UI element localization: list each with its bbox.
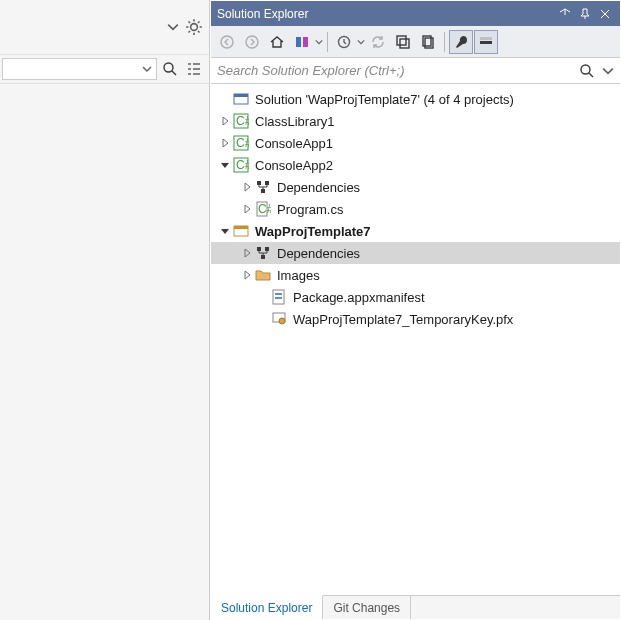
svg-text:C#: C#: [258, 202, 271, 216]
certificate-file-icon: [271, 311, 287, 327]
folder-icon: [255, 267, 271, 283]
node-label: Solution 'WapProjTemplate7' (4 of 4 proj…: [255, 92, 514, 107]
node-label: WapProjTemplate7_TemporaryKey.pfx: [293, 312, 513, 327]
solution-node[interactable]: Solution 'WapProjTemplate7' (4 of 4 proj…: [211, 88, 620, 110]
editor-options-dropdown[interactable]: [167, 21, 179, 33]
file-node[interactable]: C# Program.cs: [211, 198, 620, 220]
expander-collapsed[interactable]: [239, 201, 255, 217]
expander-collapsed[interactable]: [239, 267, 255, 283]
dependencies-icon: [255, 245, 271, 261]
editor-search-combo[interactable]: [2, 58, 157, 80]
svg-rect-33: [261, 255, 265, 259]
svg-rect-24: [257, 181, 261, 185]
project-node-startup[interactable]: WapProjTemplate7: [211, 220, 620, 242]
expander-collapsed[interactable]: [239, 245, 255, 261]
panel-titlebar: Solution Explorer: [211, 1, 620, 26]
svg-point-0: [191, 24, 198, 31]
bottom-tabs: Solution Explorer Git Changes: [211, 595, 620, 619]
panel-title: Solution Explorer: [217, 7, 554, 21]
expander-collapsed[interactable]: [217, 135, 233, 151]
forward-button: [240, 30, 264, 54]
dependencies-icon: [255, 179, 271, 195]
gear-icon[interactable]: [185, 18, 203, 36]
svg-rect-17: [234, 94, 248, 97]
svg-rect-8: [397, 36, 406, 45]
csharp-project-icon: C#: [233, 113, 249, 129]
svg-rect-6: [303, 37, 308, 47]
toolbar-separator: [444, 32, 445, 52]
switch-views-dropdown[interactable]: [315, 38, 323, 46]
wap-project-icon: [233, 223, 249, 239]
svg-rect-12: [480, 41, 492, 44]
solution-explorer-searchbar: [211, 58, 620, 84]
toolbar-separator: [327, 32, 328, 52]
solution-icon: [233, 91, 249, 107]
svg-text:C#: C#: [236, 136, 249, 150]
node-label: ConsoleApp2: [255, 158, 333, 173]
window-position-icon[interactable]: [556, 5, 574, 23]
csharp-project-icon: C#: [233, 135, 249, 151]
tab-git-changes[interactable]: Git Changes: [323, 596, 411, 619]
expander-expanded[interactable]: [217, 157, 233, 173]
blank-expander: [217, 91, 233, 107]
csharp-project-icon: C#: [233, 157, 249, 173]
svg-rect-5: [296, 37, 301, 47]
home-button[interactable]: [265, 30, 289, 54]
project-node[interactable]: C# ConsoleApp2: [211, 154, 620, 176]
expander-collapsed[interactable]: [239, 179, 255, 195]
node-label: Dependencies: [277, 246, 360, 261]
csharp-file-icon: C#: [255, 201, 271, 217]
node-label: Images: [277, 268, 320, 283]
project-node[interactable]: C# ClassLibrary1: [211, 110, 620, 132]
svg-rect-26: [261, 189, 265, 193]
show-all-files-button[interactable]: [416, 30, 440, 54]
solution-explorer-panel: Solution Explorer: [210, 0, 621, 620]
editor-search-row: [0, 54, 209, 84]
expander-expanded[interactable]: [217, 223, 233, 239]
svg-rect-25: [265, 181, 269, 185]
switch-views-button[interactable]: [290, 30, 314, 54]
blank-expander: [255, 289, 271, 305]
project-node[interactable]: C# ConsoleApp1: [211, 132, 620, 154]
pending-changes-filter-button[interactable]: [332, 30, 356, 54]
properties-button[interactable]: [449, 30, 473, 54]
svg-rect-9: [400, 39, 409, 48]
tab-solution-explorer[interactable]: Solution Explorer: [211, 595, 323, 619]
pending-changes-dropdown[interactable]: [357, 38, 365, 46]
dependencies-node[interactable]: Dependencies: [211, 176, 620, 198]
svg-rect-35: [275, 293, 282, 295]
svg-rect-30: [234, 226, 248, 229]
back-button: [215, 30, 239, 54]
file-node[interactable]: Package.appxmanifest: [211, 286, 620, 308]
expander-collapsed[interactable]: [217, 113, 233, 129]
svg-point-1: [164, 63, 173, 72]
preview-selected-button[interactable]: [474, 30, 498, 54]
editor-top-controls: [0, 0, 209, 54]
node-label: ConsoleApp1: [255, 136, 333, 151]
file-node[interactable]: WapProjTemplate7_TemporaryKey.pfx: [211, 308, 620, 330]
pin-icon[interactable]: [576, 5, 594, 23]
list-options-icon[interactable]: [183, 58, 205, 80]
dependencies-node[interactable]: Dependencies: [211, 242, 620, 264]
svg-line-15: [589, 73, 593, 77]
collapse-all-button[interactable]: [391, 30, 415, 54]
folder-node[interactable]: Images: [211, 264, 620, 286]
search-icon[interactable]: [159, 58, 181, 80]
svg-line-2: [172, 71, 176, 75]
manifest-file-icon: [271, 289, 287, 305]
svg-rect-31: [257, 247, 261, 251]
node-label: Package.appxmanifest: [293, 290, 425, 305]
node-label: Program.cs: [277, 202, 343, 217]
blank-expander: [255, 311, 271, 327]
search-icon[interactable]: [576, 60, 598, 82]
svg-point-14: [581, 65, 590, 74]
svg-text:C#: C#: [236, 114, 249, 128]
node-label: ClassLibrary1: [255, 114, 334, 129]
search-input[interactable]: [217, 60, 576, 82]
search-options-dropdown[interactable]: [602, 60, 614, 82]
sync-button: [366, 30, 390, 54]
close-icon[interactable]: [596, 5, 614, 23]
svg-point-3: [221, 36, 233, 48]
editor-strip: [0, 0, 210, 620]
svg-rect-36: [275, 297, 282, 299]
